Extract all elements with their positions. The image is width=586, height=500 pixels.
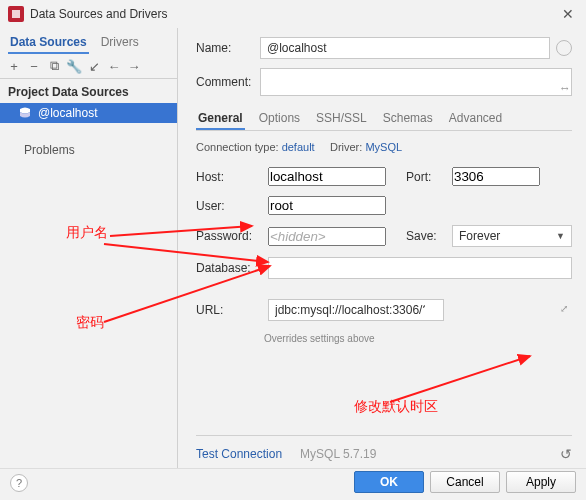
- user-label: User:: [196, 199, 258, 213]
- tab-drivers[interactable]: Drivers: [99, 32, 141, 54]
- problems-section[interactable]: Problems: [0, 123, 177, 177]
- left-tabs: Data Sources Drivers: [0, 28, 177, 54]
- back-icon[interactable]: ←: [106, 59, 122, 74]
- expand-icon[interactable]: ⤢: [559, 83, 572, 96]
- connection-info: Connection type: default Driver: MySQL: [196, 141, 572, 153]
- password-input[interactable]: [268, 227, 386, 246]
- url-label: URL:: [196, 303, 258, 317]
- host-label: Host:: [196, 170, 258, 184]
- close-icon[interactable]: ✕: [558, 4, 578, 24]
- driver-link[interactable]: MySQL: [365, 141, 402, 153]
- name-input[interactable]: [260, 37, 550, 59]
- window-title: Data Sources and Drivers: [30, 7, 558, 21]
- host-input[interactable]: [268, 167, 386, 186]
- expand-icon[interactable]: ⤢: [560, 303, 568, 314]
- panel-footer: Test Connection MySQL 5.7.19 ↺: [196, 435, 572, 468]
- copy-icon[interactable]: ⧉: [46, 58, 62, 74]
- database-label: Database:: [196, 261, 258, 275]
- tab-options[interactable]: Options: [257, 108, 302, 130]
- save-select[interactable]: Forever ▼: [452, 225, 572, 247]
- datasource-icon: [18, 106, 32, 120]
- driver-version: MySQL 5.7.19: [300, 447, 376, 461]
- help-icon[interactable]: ?: [10, 474, 28, 492]
- wrench-icon[interactable]: 🔧: [66, 59, 82, 74]
- port-label: Port:: [406, 170, 442, 184]
- color-indicator[interactable]: [556, 40, 572, 56]
- chevron-down-icon: ▼: [556, 231, 565, 241]
- cancel-button[interactable]: Cancel: [430, 471, 500, 493]
- detail-tabs: General Options SSH/SSL Schemas Advanced: [196, 108, 572, 131]
- app-icon: [8, 6, 24, 22]
- ok-button[interactable]: OK: [354, 471, 424, 493]
- database-input[interactable]: [268, 257, 572, 279]
- url-input[interactable]: [268, 299, 444, 321]
- password-label: Password:: [196, 229, 258, 243]
- comment-label: Comment:: [196, 75, 260, 89]
- name-label: Name:: [196, 41, 260, 55]
- revert-icon[interactable]: ↺: [560, 446, 572, 462]
- comment-input[interactable]: ⤢: [260, 68, 572, 96]
- tab-general[interactable]: General: [196, 108, 245, 130]
- tab-data-sources[interactable]: Data Sources: [8, 32, 89, 54]
- dialog-buttons: OK Cancel Apply: [0, 468, 586, 500]
- test-connection-link[interactable]: Test Connection: [196, 447, 282, 461]
- left-toolbar: + − ⧉ 🔧 ↙ ← →: [0, 54, 177, 79]
- port-input[interactable]: [452, 167, 540, 186]
- override-note: Overrides settings above: [264, 333, 572, 344]
- tab-advanced[interactable]: Advanced: [447, 108, 504, 130]
- user-input[interactable]: [268, 196, 386, 215]
- right-panel: Name: Comment: ⤢ General Options SSH/SSL…: [178, 28, 586, 468]
- remove-icon[interactable]: −: [26, 59, 42, 74]
- undo-icon[interactable]: ↙: [86, 59, 102, 74]
- tab-schemas[interactable]: Schemas: [381, 108, 435, 130]
- title-bar: Data Sources and Drivers ✕: [0, 0, 586, 28]
- main-content: Data Sources Drivers + − ⧉ 🔧 ↙ ← → Proje…: [0, 28, 586, 468]
- tree-item-localhost[interactable]: @localhost: [0, 103, 177, 123]
- left-panel: Data Sources Drivers + − ⧉ 🔧 ↙ ← → Proje…: [0, 28, 178, 468]
- apply-button[interactable]: Apply: [506, 471, 576, 493]
- save-label: Save:: [406, 229, 442, 243]
- add-icon[interactable]: +: [6, 59, 22, 74]
- tree-item-label: @localhost: [38, 106, 98, 120]
- svg-rect-0: [12, 10, 20, 18]
- tab-sshssl[interactable]: SSH/SSL: [314, 108, 369, 130]
- connection-type-link[interactable]: default: [282, 141, 315, 153]
- forward-icon[interactable]: →: [126, 59, 142, 74]
- tree-header: Project Data Sources: [0, 79, 177, 103]
